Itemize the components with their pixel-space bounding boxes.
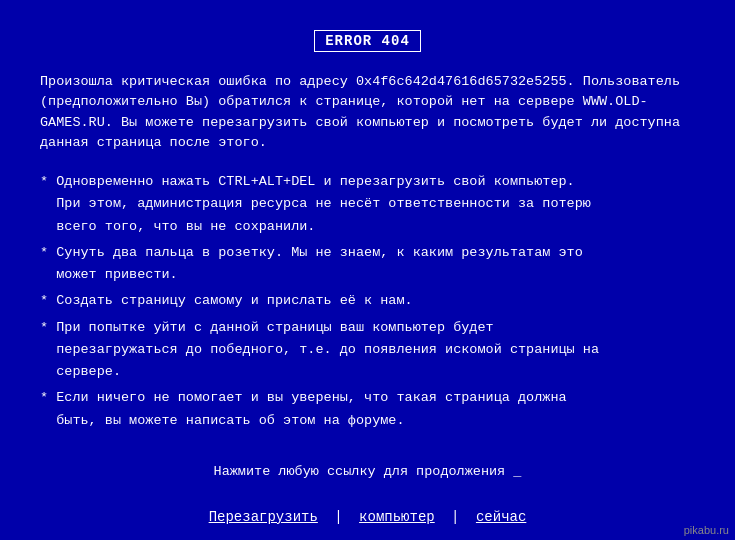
instruction-item-4: * При попытке уйти с данной страницы ваш… — [40, 317, 695, 384]
main-paragraph: Произошла критическая ошибка по адресу 0… — [40, 74, 680, 150]
links-row: Перезагрузить | компьютер | сейчас — [40, 509, 695, 535]
page-container: ERROR 404 Произошла критическая ошибка п… — [0, 0, 735, 540]
instruction-item-2: * Сунуть два пальца в розетку. Мы не зна… — [40, 242, 695, 287]
instruction-item-3: * Создать страницу самому и прислать её … — [40, 290, 695, 312]
instruction-item-1: * Одновременно нажать CTRL+ALT+DEL и пер… — [40, 171, 695, 238]
error-box: ERROR 404 — [314, 30, 421, 52]
separator-1: | — [334, 509, 342, 525]
computer-link[interactable]: компьютер — [359, 509, 435, 525]
now-link[interactable]: сейчас — [476, 509, 526, 525]
reload-link[interactable]: Перезагрузить — [209, 509, 318, 525]
instruction-item-5: * Если ничего не помогает и вы уверены, … — [40, 387, 695, 432]
continue-label: Нажмите любую ссылку для продолжения _ — [214, 464, 522, 479]
continue-text: Нажмите любую ссылку для продолжения _ — [40, 464, 695, 479]
instructions-block: * Одновременно нажать CTRL+ALT+DEL и пер… — [40, 171, 695, 436]
watermark: pikabu.ru — [684, 524, 729, 536]
main-text: Произошла критическая ошибка по адресу 0… — [40, 72, 695, 153]
separator-2: | — [451, 509, 459, 525]
error-label: ERROR 404 — [325, 33, 410, 49]
